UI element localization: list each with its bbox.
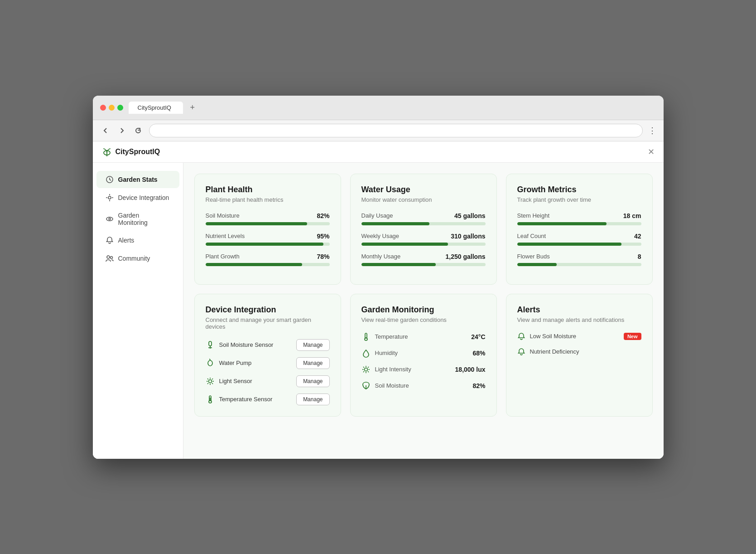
- daily-usage-value: 45 gallons: [454, 212, 485, 219]
- device-integration-subtitle: Connect and manage your smart garden dev…: [206, 316, 330, 330]
- chart-icon: [106, 175, 114, 184]
- maximize-traffic-light[interactable]: [117, 105, 123, 111]
- nutrient-levels-value: 95%: [317, 233, 329, 240]
- soil-moisture-value: 82%: [317, 212, 329, 219]
- plant-growth-metric: Plant Growth 78%: [206, 253, 330, 266]
- svg-point-6: [107, 256, 110, 258]
- stem-height-value: 18 cm: [623, 212, 641, 219]
- plant-growth-label: Plant Growth: [206, 253, 240, 260]
- soil-moisture-bar-bg: [206, 222, 330, 225]
- svg-line-17: [212, 379, 213, 379]
- temperature-info: Temperature: [361, 332, 408, 341]
- device-list: Soil Moisture Sensor Manage: [206, 339, 330, 405]
- monthly-usage-bar-fill: [361, 263, 436, 266]
- browser-window: CitySproutIQ + ⋮: [93, 96, 664, 459]
- device-icon: [106, 194, 114, 202]
- traffic-lights: [100, 105, 123, 111]
- sidebar-item-device-integration[interactable]: Device Integration: [96, 189, 179, 206]
- device-row-temp: Temperature Sensor Manage: [206, 394, 330, 405]
- close-traffic-light[interactable]: [100, 105, 106, 111]
- nutrient-levels-metric: Nutrient Levels 95%: [206, 233, 330, 246]
- plant-health-subtitle: Real-time plant health metrics: [206, 196, 330, 203]
- manage-button-temp[interactable]: Manage: [296, 394, 329, 405]
- light-intensity-label: Light Intensity: [375, 366, 411, 373]
- monthly-usage-value: 1,250 gallons: [446, 253, 486, 260]
- thermometer-icon: [361, 332, 371, 341]
- soil-moisture-label: Soil Moisture: [206, 212, 240, 219]
- alert-label-soil: Low Soil Moisture: [530, 333, 577, 340]
- sun-icon: [361, 365, 371, 374]
- device-integration-card: Device Integration Connect and manage yo…: [194, 294, 341, 417]
- weekly-usage-metric: Weekly Usage 310 gallons: [361, 233, 486, 246]
- minimize-traffic-light[interactable]: [109, 105, 115, 111]
- alerts-subtitle: View and manage alerts and notifications: [517, 316, 641, 323]
- daily-usage-metric: Daily Usage 45 gallons: [361, 212, 486, 225]
- daily-usage-label: Daily Usage: [361, 212, 393, 219]
- app-logo: CitySproutIQ: [102, 147, 160, 157]
- device-row-soil: Soil Moisture Sensor Manage: [206, 339, 330, 351]
- humidity-icon: [361, 349, 371, 358]
- temperature-label: Temperature: [375, 333, 408, 340]
- soil-moisture-metric: Soil Moisture 82%: [206, 212, 330, 225]
- flower-buds-value: 8: [638, 253, 641, 260]
- plant-growth-bar-fill: [206, 263, 303, 266]
- sidebar-item-community[interactable]: Community: [96, 250, 179, 267]
- plant-health-card: Plant Health Real-time plant health metr…: [194, 174, 341, 285]
- browser-tabs: CitySproutIQ +: [129, 101, 656, 114]
- weekly-usage-value: 310 gallons: [451, 233, 485, 240]
- new-tab-button[interactable]: +: [187, 101, 199, 114]
- nutrient-levels-label: Nutrient Levels: [206, 233, 245, 239]
- sidebar-label-garden-stats: Garden Stats: [118, 176, 158, 183]
- svg-line-18: [207, 383, 208, 384]
- svg-point-7: [110, 256, 112, 258]
- temp-sensor-icon: [206, 395, 215, 404]
- weekly-usage-bar-bg: [361, 243, 486, 246]
- manage-button-soil[interactable]: Manage: [296, 339, 329, 351]
- eye-icon: [106, 215, 114, 223]
- svg-line-15: [207, 379, 208, 379]
- flower-buds-label: Flower Buds: [517, 253, 550, 260]
- sidebar-item-garden-monitoring[interactable]: Garden Monitoring: [96, 207, 179, 231]
- app-close-button[interactable]: ✕: [648, 147, 655, 157]
- forward-button[interactable]: [116, 125, 127, 136]
- back-button[interactable]: [100, 125, 111, 136]
- stem-height-bar-bg: [517, 222, 641, 225]
- stem-height-bar-fill: [517, 222, 607, 225]
- daily-usage-bar-fill: [361, 222, 430, 225]
- water-usage-subtitle: Monitor water consumption: [361, 196, 486, 203]
- leaf-icon: [361, 381, 371, 390]
- device-info-temp: Temperature Sensor: [206, 395, 273, 404]
- reload-button[interactable]: [133, 125, 144, 136]
- alert-info-soil: Low Soil Moisture: [517, 332, 577, 340]
- device-integration-title: Device Integration: [206, 305, 330, 315]
- app-header: CitySproutIQ ✕: [93, 141, 664, 163]
- garden-monitoring-title: Garden Monitoring: [361, 305, 486, 315]
- active-tab[interactable]: CitySproutIQ: [129, 102, 183, 114]
- main-content: Plant Health Real-time plant health metr…: [183, 163, 664, 459]
- leaf-count-label: Leaf Count: [517, 233, 546, 239]
- manage-button-pump[interactable]: Manage: [296, 357, 329, 369]
- stem-height-metric: Stem Height 18 cm: [517, 212, 641, 225]
- browser-menu-button[interactable]: ⋮: [648, 126, 656, 136]
- svg-rect-8: [209, 341, 212, 346]
- app-body: Garden Stats Device Integration Garden M…: [93, 163, 664, 459]
- monthly-usage-bar-bg: [361, 263, 486, 266]
- bell-alert-icon-nutrient: [517, 348, 525, 356]
- alerts-list: Low Soil Moisture New: [517, 332, 641, 356]
- manage-button-light[interactable]: Manage: [296, 375, 329, 387]
- leaf-count-bar-bg: [517, 243, 641, 246]
- sidebar-item-garden-stats[interactable]: Garden Stats: [96, 171, 179, 188]
- app-logo-icon: [102, 147, 112, 157]
- weekly-usage-label: Weekly Usage: [361, 233, 400, 239]
- browser-toolbar: ⋮: [93, 120, 664, 141]
- sidebar-item-alerts[interactable]: Alerts: [96, 232, 179, 249]
- tab-label: CitySproutIQ: [138, 104, 171, 111]
- sidebar-label-community: Community: [118, 255, 150, 262]
- soil-moisture-monitor-value: 82%: [472, 382, 485, 389]
- light-intensity-value: 18,000 lux: [455, 366, 486, 373]
- daily-usage-bar-bg: [361, 222, 486, 225]
- humidity-info: Humidity: [361, 349, 398, 358]
- new-badge-soil: New: [624, 333, 641, 340]
- address-bar[interactable]: [149, 124, 643, 137]
- svg-point-5: [109, 218, 111, 220]
